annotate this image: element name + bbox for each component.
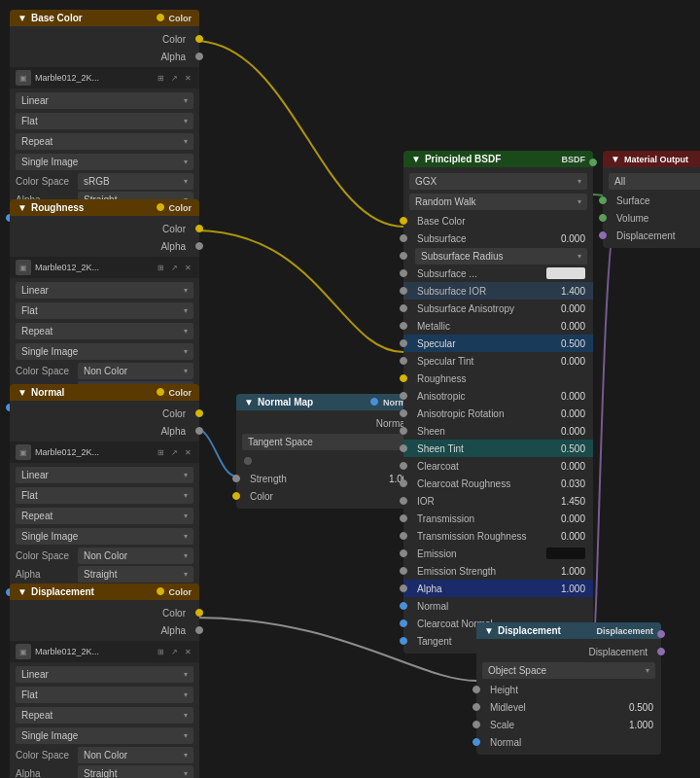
chevron-down-icon: ▾ — [184, 96, 188, 105]
d-proj-dropdown[interactable]: Single Image ▾ — [16, 727, 193, 744]
collapse-arrow-n[interactable]: ▼ — [18, 387, 27, 398]
image-actions: ⊞ ↗ ✕ — [155, 72, 193, 84]
alpha-output-socket — [195, 53, 203, 60]
n-browse-btn[interactable]: ⊞ — [155, 446, 166, 458]
chevron-down-icon26: ▾ — [578, 177, 581, 186]
d-alpha-socket — [195, 626, 203, 634]
d-alpha-dropdown2[interactable]: Straight ▾ — [78, 765, 193, 778]
n-cs-dropdown[interactable]: Non Color ▾ — [78, 548, 193, 564]
disp-out-socket — [657, 648, 665, 655]
scale-value: 1.000 — [629, 720, 653, 730]
bsdf-ss-dropdown[interactable]: Random Walk ▾ — [409, 194, 587, 210]
chevron-down-icon22: ▾ — [184, 731, 188, 740]
interpolation-row: Linear ▾ — [10, 90, 199, 111]
r-interpolation-dropdown[interactable]: Linear ▾ — [16, 282, 193, 299]
chevron-down-icon24: ▾ — [184, 769, 188, 778]
bsdf-dist-dropdown[interactable]: GGX ▾ — [409, 173, 587, 190]
disp-shader-header: ▼ Displacement Displacement — [476, 622, 661, 639]
normal-node-body: Color Alpha ▣ Marble012_2K... ⊞ ↗ ✕ Line… — [10, 401, 199, 605]
r-image-preview: ▣ Marble012_2K... ⊞ ↗ ✕ — [10, 257, 199, 278]
roughness-header: ▼ Roughness Color — [10, 199, 199, 216]
d-close-btn[interactable]: ✕ — [182, 646, 193, 657]
color-socket-header — [157, 14, 164, 21]
matout-volume-socket — [599, 214, 607, 222]
collapse-arrow[interactable]: ▼ — [18, 13, 27, 23]
chevron-down-icon2: ▾ — [184, 117, 188, 125]
r-color-space-dropdown[interactable]: Non Color ▾ — [78, 363, 193, 379]
chevron-down-icon9: ▾ — [184, 327, 188, 336]
r-repeat-dropdown[interactable]: Repeat ▾ — [16, 323, 193, 339]
disp-img-title: Displacement — [31, 586, 94, 597]
d-repeat-dropdown[interactable]: Repeat ▾ — [16, 707, 193, 724]
disp-midlevel-socket — [472, 703, 480, 711]
n-open-btn[interactable]: ↗ — [168, 446, 180, 458]
collapse-arrow-ds[interactable]: ▼ — [484, 625, 494, 636]
ss-color-swatch[interactable] — [546, 267, 585, 279]
chevron-down-icon23: ▾ — [184, 751, 188, 760]
color-space-row: Color Space sRGB ▾ — [10, 172, 199, 191]
collapse-arrow-d[interactable]: ▼ — [18, 586, 27, 597]
emission-swatch[interactable] — [546, 548, 585, 559]
base-color-title: Base Color — [31, 13, 83, 23]
chevron-down-icon19: ▾ — [184, 670, 188, 679]
close-btn[interactable]: ✕ — [182, 72, 193, 84]
nm-color-label: Color — [250, 491, 273, 502]
n-repeat-dropdown[interactable]: Repeat ▾ — [16, 508, 193, 524]
color-space-dropdown[interactable]: sRGB ▾ — [78, 173, 193, 190]
collapse-arrow-r[interactable]: ▼ — [18, 202, 27, 213]
r-extension-dropdown[interactable]: Flat ▾ — [16, 302, 193, 319]
interpolation-dropdown[interactable]: Linear ▾ — [16, 92, 193, 109]
disp-img-header: ▼ Displacement Color — [10, 584, 199, 600]
n-alpha-socket — [195, 427, 203, 435]
r-browse-btn[interactable]: ⊞ — [155, 262, 166, 273]
midlevel-value: 0.500 — [629, 702, 653, 713]
nm-title: Normal Map — [258, 397, 313, 407]
matout-target-dropdown[interactable]: All ▾ — [609, 173, 700, 190]
bsdf-ss-radius-dropdown[interactable]: Subsurface Radius ▾ — [415, 248, 587, 265]
chevron-down-icon17: ▾ — [184, 551, 188, 560]
n-interp-dropdown[interactable]: Linear ▾ — [16, 467, 193, 483]
collapse-arrow-bsdf[interactable]: ▼ — [411, 154, 421, 164]
nm-dot — [244, 457, 252, 465]
r-alpha-label: Alpha — [160, 241, 186, 252]
d-cs-dropdown[interactable]: Non Color ▾ — [78, 747, 193, 763]
browse-btn[interactable]: ⊞ — [155, 72, 166, 84]
r-open-btn[interactable]: ↗ — [168, 262, 180, 273]
d-ext-dropdown[interactable]: Flat ▾ — [16, 687, 193, 703]
chevron-down-icon30: ▾ — [646, 666, 649, 675]
d-browse-btn[interactable]: ⊞ — [155, 646, 166, 657]
image-icon: ▣ — [16, 70, 31, 86]
chevron-down-icon18: ▾ — [184, 570, 188, 579]
projection-dropdown[interactable]: Single Image ▾ — [16, 154, 193, 170]
r-close-btn[interactable]: ✕ — [182, 262, 193, 273]
n-ext-dropdown[interactable]: Flat ▾ — [16, 487, 193, 504]
chevron-down-icon27: ▾ — [578, 197, 581, 206]
r-projection-dropdown[interactable]: Single Image ▾ — [16, 343, 193, 360]
matout-header: ▼ Material Output — [603, 151, 700, 167]
matout-title: Material Output — [624, 155, 688, 164]
collapse-arrow-nm[interactable]: ▼ — [244, 397, 254, 407]
base-color-header: ▼ Base Color Color — [10, 10, 199, 26]
n-alpha-dropdown[interactable]: Straight ▾ — [78, 566, 193, 583]
displacement-shader-node: ▼ Displacement Displacement Displacement… — [476, 622, 661, 755]
matout-body: All ▾ Surface Volume Displacement — [603, 167, 700, 248]
chevron-down-icon16: ▾ — [184, 532, 188, 541]
nm-strength-socket — [232, 475, 240, 482]
filename: Marble012_2K... — [35, 73, 151, 83]
nm-space-dropdown[interactable]: Tangent Space ▾ — [242, 434, 415, 450]
extension-dropdown[interactable]: Flat ▾ — [16, 113, 193, 129]
principled-bsdf-node: ▼ Principled BSDF BSDF GGX ▾ Random Walk… — [403, 151, 593, 654]
d-open-btn[interactable]: ↗ — [168, 646, 180, 657]
collapse-arrow-mo[interactable]: ▼ — [611, 154, 620, 164]
d-interp-dropdown[interactable]: Linear ▾ — [16, 666, 193, 683]
repeat-dropdown[interactable]: Repeat ▾ — [16, 133, 193, 150]
chevron-down-icon5: ▾ — [184, 177, 188, 186]
n-close-btn[interactable]: ✕ — [182, 446, 193, 458]
n-proj-dropdown[interactable]: Single Image ▾ — [16, 528, 193, 545]
disp-space-dropdown[interactable]: Object Space ▾ — [482, 662, 655, 679]
bsdf-normal-socket — [400, 602, 407, 610]
nm-header: ▼ Normal Map Normal — [236, 394, 421, 410]
open-btn[interactable]: ↗ — [168, 72, 180, 84]
chevron-down-icon11: ▾ — [184, 367, 188, 375]
chevron-down-icon20: ▾ — [184, 690, 188, 699]
